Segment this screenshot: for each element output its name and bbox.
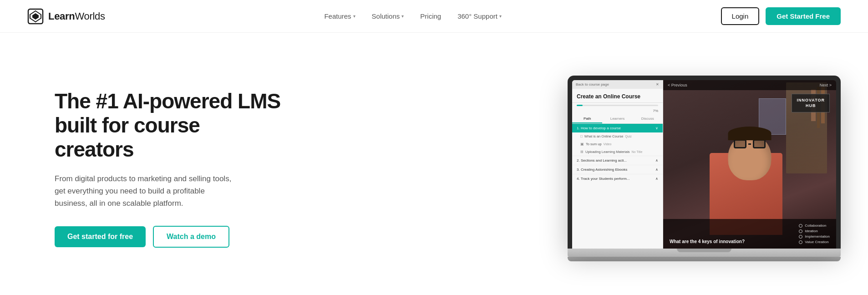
- bottom-overlay: What are the 4 keys of innovation? Colla…: [663, 219, 836, 249]
- back-to-course-link[interactable]: Back to course page: [576, 82, 609, 86]
- chevron-down-icon: ▾: [499, 14, 502, 19]
- login-button[interactable]: Login: [721, 7, 760, 25]
- svg-marker-2: [32, 13, 39, 20]
- sub-label-3: No Title: [632, 150, 643, 153]
- video-area: < Previous Next > INNOVATORHUB What are …: [663, 80, 836, 249]
- logo[interactable]: LearnWorlds: [27, 8, 105, 25]
- sub-item-1[interactable]: □ What is an Online Course Quiz: [572, 132, 663, 140]
- tab-learners[interactable]: Learners: [602, 115, 632, 123]
- sidebar-top-bar: Back to course page ✕: [572, 80, 663, 89]
- hero-visual: Back to course page ✕ Create an Online C…: [568, 76, 841, 261]
- quiz-option-3[interactable]: Implementation: [799, 234, 830, 239]
- hero-title: The #1 AI-powered LMS built for course c…: [55, 89, 282, 162]
- chevron-down-icon: ▾: [401, 14, 404, 19]
- nav-pricing[interactable]: Pricing: [420, 12, 441, 20]
- course-sidebar: Back to course page ✕ Create an Online C…: [572, 80, 663, 249]
- chevron-icon: ∧: [655, 168, 658, 172]
- sidebar-tabs: Path Learners Discuss: [572, 115, 663, 124]
- nav-solutions[interactable]: Solutions ▾: [372, 12, 404, 20]
- radio-icon: [799, 240, 802, 244]
- progress-bar-fill: [577, 105, 583, 106]
- next-button[interactable]: Next >: [820, 83, 832, 87]
- chevron-icon: ∧: [655, 158, 658, 163]
- sub-label-1: Quiz: [625, 135, 631, 138]
- course-section: 1. How to develop a course ∨ □ What is a…: [572, 124, 663, 183]
- course-title: Create an Online Course: [572, 89, 663, 103]
- close-icon: ✕: [656, 82, 659, 86]
- chevron-icon: ∧: [655, 177, 658, 181]
- chevron-down-icon: ▾: [353, 14, 355, 19]
- sub-item-2[interactable]: ▣ To sum up Video: [572, 140, 663, 148]
- laptop-mockup: Back to course page ✕ Create an Online C…: [568, 76, 841, 261]
- get-started-for-free-button[interactable]: Get started for free: [55, 226, 146, 247]
- quiz-option-2[interactable]: Ideation: [799, 229, 830, 233]
- section-1[interactable]: 1. How to develop a course ∨: [572, 124, 663, 132]
- header-actions: Login Get Started Free: [721, 7, 841, 25]
- quiz-option-4[interactable]: Value Creation: [799, 240, 830, 244]
- radio-icon: [799, 224, 802, 228]
- get-started-free-button[interactable]: Get Started Free: [766, 7, 841, 25]
- header: LearnWorlds Features ▾ Solutions ▾ Prici…: [0, 0, 868, 33]
- hero-buttons: Get started for free Watch a demo: [55, 226, 282, 248]
- main-nav: Features ▾ Solutions ▾ Pricing 360° Supp…: [324, 12, 502, 20]
- video-icon: ▣: [580, 142, 584, 146]
- logo-text: LearnWorlds: [48, 10, 105, 22]
- section-2[interactable]: 2. Sections and Learning acti... ∧: [572, 156, 663, 165]
- innovator-hub-text: INNOVATORHUB: [797, 98, 825, 108]
- radio-icon: [799, 229, 802, 233]
- hero-content: The #1 AI-powered LMS built for course c…: [55, 89, 282, 248]
- section-3[interactable]: 3. Creating Astonishing Ebooks ∧: [572, 165, 663, 174]
- progress-bar: [577, 105, 658, 106]
- logo-icon: [27, 8, 44, 25]
- laptop-base: [568, 249, 841, 257]
- tab-path[interactable]: Path: [572, 115, 602, 123]
- tab-discuss[interactable]: Discuss: [633, 115, 663, 123]
- laptop-screen-inner: Back to course page ✕ Create an Online C…: [572, 80, 836, 249]
- sub-label-2: Video: [604, 142, 612, 146]
- prev-button[interactable]: < Previous: [668, 83, 687, 87]
- innovator-hub-badge: INNOVATORHUB: [792, 94, 830, 112]
- video-question: What are the 4 keys of innovation?: [670, 239, 745, 244]
- nav-features[interactable]: Features ▾: [324, 12, 355, 20]
- video-nav-bar: < Previous Next >: [663, 80, 836, 90]
- hero-description: From digital products to marketing and s…: [55, 173, 232, 210]
- nav-support[interactable]: 360° Support ▾: [457, 12, 502, 20]
- quiz-icon: □: [580, 134, 583, 138]
- screen-content: Back to course page ✕ Create an Online C…: [572, 80, 836, 249]
- chevron-icon: ∨: [655, 126, 658, 130]
- sub-item-3[interactable]: ⊞ Uploading Learning Materials No Title: [572, 148, 663, 156]
- quiz-options: Collaboration Ideation Implementation: [799, 224, 830, 244]
- radio-icon: [799, 235, 802, 239]
- watch-demo-button[interactable]: Watch a demo: [153, 226, 229, 248]
- quiz-option-1[interactable]: Collaboration: [799, 224, 830, 228]
- progress-text: 7%: [572, 109, 663, 113]
- upload-icon: ⊞: [580, 150, 584, 154]
- laptop-screen-outer: Back to course page ✕ Create an Online C…: [568, 76, 841, 249]
- section-4[interactable]: 4. Track your Students perform... ∧: [572, 174, 663, 183]
- hero-section: The #1 AI-powered LMS built for course c…: [0, 33, 868, 295]
- laptop-footer: [568, 257, 841, 261]
